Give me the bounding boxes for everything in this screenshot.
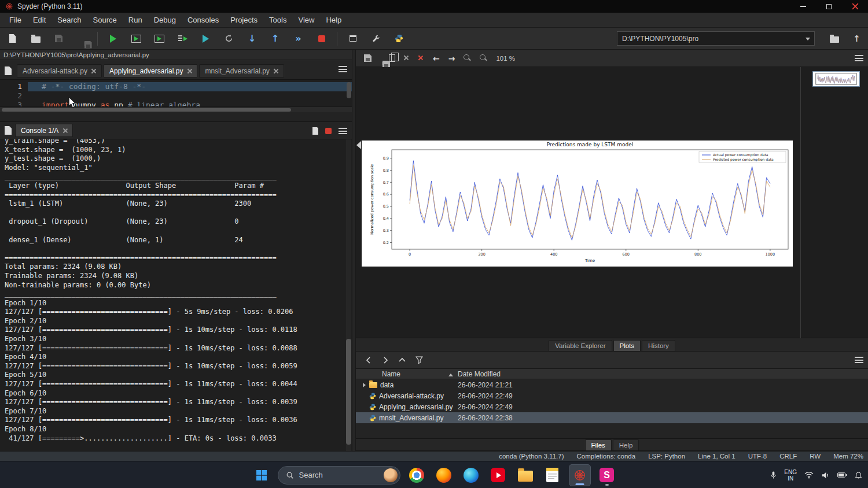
next-plot-icon[interactable]: →: [448, 54, 455, 62]
file-row-mnsit-adversarial[interactable]: mnsit_Adversarial.py 26-06-2024 22:38: [356, 412, 868, 423]
splitter-collapse-icon[interactable]: [356, 141, 361, 149]
taskbar-firefox[interactable]: [433, 464, 455, 486]
taskbar-file-explorer[interactable]: [514, 464, 536, 486]
editor-tab-mnsit-adversarial[interactable]: mnsit_Adversarial.py: [199, 64, 284, 77]
start-button[interactable]: [251, 464, 273, 486]
save-all-button[interactable]: [73, 30, 91, 47]
console-environment-icon[interactable]: [312, 127, 318, 135]
taskbar-media-app[interactable]: [487, 464, 509, 486]
menu-file[interactable]: File: [3, 13, 27, 28]
file-row-data[interactable]: data 26-06-2024 21:21: [356, 379, 868, 390]
vertical-splitter[interactable]: [352, 50, 356, 451]
column-header-name[interactable]: Name: [356, 370, 454, 378]
menu-run[interactable]: Run: [123, 13, 148, 28]
copy-plot-icon[interactable]: [389, 54, 395, 62]
close-tab-icon[interactable]: [62, 128, 67, 133]
menu-search[interactable]: Search: [52, 13, 87, 28]
volume-icon[interactable]: [821, 471, 830, 479]
battery-icon[interactable]: [837, 472, 847, 478]
run-cell-advance-button[interactable]: [150, 30, 168, 47]
zoom-in-icon[interactable]: [480, 54, 487, 62]
remove-plot-icon[interactable]: [404, 56, 410, 61]
menu-tools[interactable]: Tools: [263, 13, 292, 28]
preferences-button[interactable]: [367, 30, 385, 47]
close-button[interactable]: [842, 0, 868, 13]
run-cell-button[interactable]: [127, 30, 145, 47]
taskbar-notes-app[interactable]: [542, 464, 564, 486]
run-selection-button[interactable]: [174, 30, 192, 47]
code-editor[interactable]: 1 # -*- coding: utf-8 -*- 2 3 import num…: [0, 80, 352, 106]
notification-bell-icon[interactable]: [855, 471, 862, 479]
close-tab-icon[interactable]: [187, 69, 192, 73]
expand-chevron-icon[interactable]: [363, 383, 366, 387]
files-options-menu-icon[interactable]: [855, 357, 863, 363]
debug-file-button[interactable]: [197, 30, 215, 47]
tab-help[interactable]: Help: [613, 439, 639, 450]
file-row-adversarial-attack[interactable]: Adversarial-attack.py 26-06-2024 22:49: [356, 390, 868, 401]
menu-projects[interactable]: Projects: [225, 13, 263, 28]
tab-variable-explorer[interactable]: Variable Explorer: [549, 340, 612, 351]
working-directory-combobox[interactable]: D:\PYTHON\PY1005\pro: [617, 31, 815, 46]
maximize-button[interactable]: [816, 0, 842, 13]
plots-options-menu-icon[interactable]: [855, 55, 863, 61]
scrollbar-thumb[interactable]: [2, 108, 291, 112]
console-switcher-icon[interactable]: [5, 126, 12, 135]
minimize-button[interactable]: [790, 0, 816, 13]
editor-tab-applying-adversarial[interactable]: Applying_adversarial.py: [104, 64, 197, 77]
microphone-icon[interactable]: [770, 471, 777, 480]
maximize-pane-button[interactable]: [344, 30, 362, 47]
continue-button[interactable]: »: [289, 30, 307, 47]
save-button[interactable]: [50, 30, 68, 47]
console-output[interactable]: y_train.shape = (4053,) X_test.shape = (…: [0, 139, 352, 451]
parent-directory-button[interactable]: ↑: [848, 30, 866, 47]
step-return-button[interactable]: ↑: [266, 30, 284, 47]
previous-plot-icon[interactable]: ←: [433, 54, 440, 62]
forward-icon[interactable]: [382, 357, 389, 364]
search-highlight-avatar[interactable]: [384, 468, 398, 482]
close-tab-icon[interactable]: [91, 69, 96, 73]
tab-plots[interactable]: Plots: [613, 340, 641, 351]
menu-source[interactable]: Source: [87, 13, 123, 28]
menu-edit[interactable]: Edit: [27, 13, 52, 28]
new-file-button[interactable]: [3, 30, 21, 47]
tab-history[interactable]: History: [642, 340, 675, 351]
pythonpath-button[interactable]: [390, 30, 408, 47]
plot-thumbnail[interactable]: [812, 71, 860, 87]
open-file-button[interactable]: [27, 30, 45, 47]
console-options-menu-icon[interactable]: [339, 128, 347, 134]
scrollbar-thumb[interactable]: [346, 339, 351, 445]
save-plot-icon[interactable]: [364, 54, 372, 62]
taskbar-chrome[interactable]: [406, 464, 428, 486]
menu-debug[interactable]: Debug: [148, 13, 182, 28]
file-row-applying-adversarial[interactable]: Applying_adversarial.py 26-06-2024 22:49: [356, 401, 868, 412]
remove-all-plots-icon[interactable]: [418, 56, 424, 61]
interrupt-kernel-icon[interactable]: [325, 128, 332, 134]
filter-icon[interactable]: [415, 356, 423, 364]
menu-help[interactable]: Help: [320, 13, 347, 28]
menu-consoles[interactable]: Consoles: [182, 13, 225, 28]
menu-view[interactable]: View: [292, 13, 320, 28]
editor-tab-adversarial-attack[interactable]: Adversarial-attack.py: [17, 64, 102, 77]
column-header-date-modified[interactable]: Date Modified: [454, 370, 501, 378]
step-into-button[interactable]: ↓: [243, 30, 261, 47]
back-icon[interactable]: [365, 357, 372, 364]
wifi-icon[interactable]: [804, 471, 814, 479]
language-indicator[interactable]: ENG IN: [784, 469, 797, 482]
editor-vertical-scrollbar[interactable]: [347, 82, 351, 98]
console-vertical-scrollbar[interactable]: [346, 139, 351, 451]
file-switcher-icon[interactable]: [5, 66, 12, 75]
zoom-out-icon[interactable]: [464, 54, 471, 62]
editor-horizontal-scrollbar[interactable]: [0, 106, 352, 112]
close-tab-icon[interactable]: [274, 69, 278, 73]
parent-folder-icon[interactable]: [399, 357, 406, 364]
status-environment[interactable]: conda (Python 3.11.7): [499, 453, 564, 460]
status-completions[interactable]: Completions: conda: [576, 453, 635, 460]
taskbar-spyder[interactable]: [569, 464, 591, 486]
browse-directory-button[interactable]: [825, 30, 843, 47]
editor-options-menu-icon[interactable]: [339, 66, 347, 72]
console-tab[interactable]: Console 1/A: [15, 124, 73, 137]
stop-button[interactable]: [312, 30, 330, 47]
taskbar-s-app[interactable]: S: [596, 464, 618, 486]
run-file-button[interactable]: [104, 30, 122, 47]
rerun-cell-button[interactable]: [220, 30, 238, 47]
